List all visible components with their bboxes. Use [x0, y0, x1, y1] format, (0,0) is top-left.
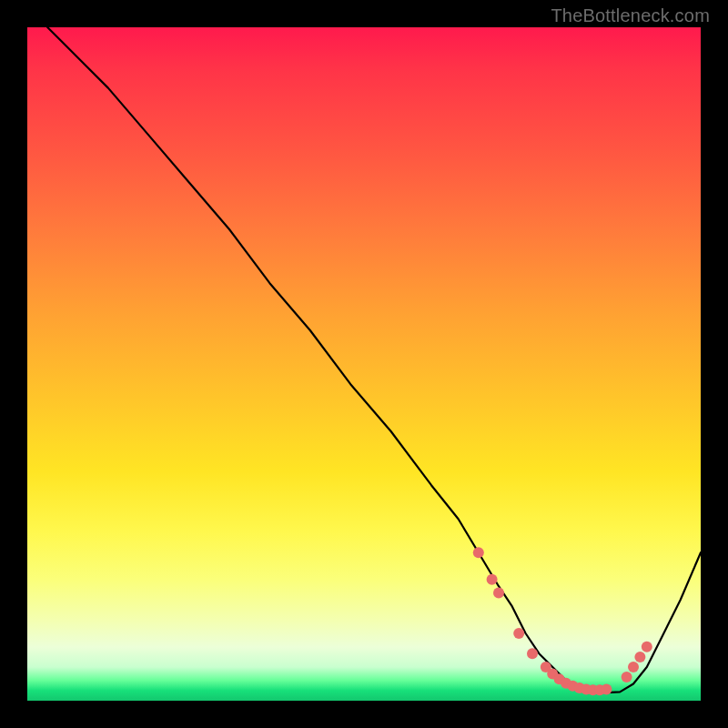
marker-point — [487, 574, 498, 585]
marker-point — [622, 672, 632, 682]
marker-point — [628, 662, 639, 672]
plot-area — [27, 27, 701, 701]
marker-point — [601, 683, 612, 694]
curve-markers — [473, 547, 652, 695]
marker-point — [513, 628, 524, 639]
marker-point — [493, 588, 504, 599]
marker-point — [634, 652, 645, 662]
chart-frame: TheBottleneck.com — [0, 0, 728, 728]
curve-layer — [27, 27, 701, 701]
marker-point — [473, 547, 484, 558]
marker-point — [642, 642, 652, 652]
bottleneck-curve — [47, 27, 701, 693]
marker-point — [527, 648, 538, 659]
watermark-text: TheBottleneck.com — [551, 5, 710, 26]
